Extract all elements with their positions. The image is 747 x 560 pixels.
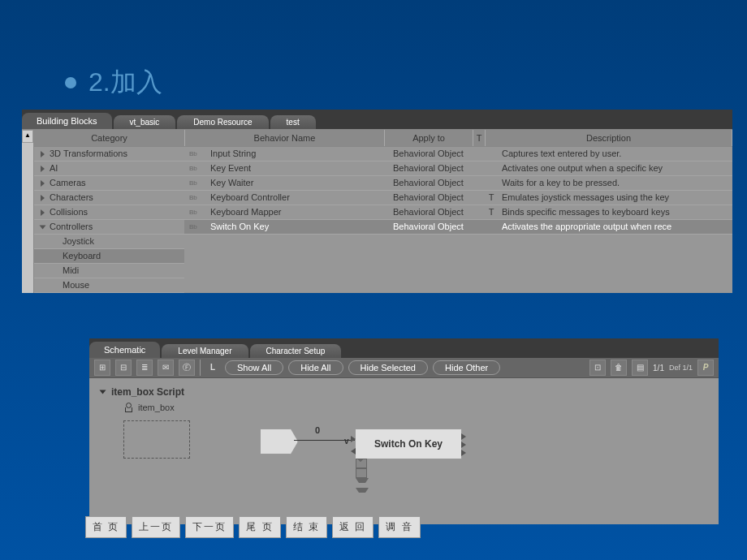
tool-icon[interactable]: ≣ bbox=[136, 360, 153, 376]
behavior-t: T bbox=[481, 205, 497, 219]
behavior-name: Switch On Key bbox=[205, 220, 388, 234]
chevron-right-icon bbox=[41, 209, 45, 216]
chevron-down-icon bbox=[40, 225, 46, 229]
selection-box[interactable] bbox=[123, 420, 190, 459]
bb-icon: Bb bbox=[184, 162, 205, 175]
pin-out-icon[interactable] bbox=[461, 450, 466, 456]
param-out-icon[interactable] bbox=[356, 478, 369, 488]
behavior-apply: Behavioral Object bbox=[388, 147, 481, 161]
header-description[interactable]: Description bbox=[486, 130, 732, 146]
tool-icon[interactable]: ▤ bbox=[632, 360, 648, 376]
nav-row: 首 页 上一页 下一页 尾 页 结 束 返 回 调 音 bbox=[85, 516, 421, 538]
tab-vt-basic[interactable]: vt_basic bbox=[114, 115, 176, 129]
cat-collisions[interactable]: Collisions bbox=[34, 205, 184, 220]
p-icon[interactable]: P bbox=[697, 360, 714, 376]
nav-prev-button[interactable]: 上一页 bbox=[132, 516, 180, 538]
nav-last-button[interactable]: 尾 页 bbox=[239, 516, 280, 538]
building-blocks-panel: Building Blocks vt_basic Demo Resource t… bbox=[22, 110, 732, 293]
cat-joystick[interactable]: Joystick bbox=[34, 235, 184, 249]
script-item-label: item_box bbox=[138, 403, 175, 412]
behavior-row-selected[interactable]: Bb Switch On Key Behavioral Object Activ… bbox=[184, 220, 732, 235]
v-label: v bbox=[344, 427, 349, 456]
scroll-track[interactable] bbox=[22, 143, 33, 293]
nav-back-button[interactable]: 返 回 bbox=[332, 516, 374, 538]
behavior-row[interactable]: Bb Input String Behavioral Object Captur… bbox=[184, 147, 732, 162]
behavior-row[interactable]: Bb Keyboard Mapper Behavioral Object T B… bbox=[184, 205, 732, 220]
behavior-row[interactable]: Bb Key Waiter Behavioral Object Waits fo… bbox=[184, 176, 732, 191]
nav-next-button[interactable]: 下一页 bbox=[185, 516, 234, 538]
behavior-desc: Emulates joystick messages using the key bbox=[497, 191, 732, 205]
header-category[interactable]: Category bbox=[34, 130, 185, 146]
tool-icon[interactable]: ⊡ bbox=[589, 360, 606, 376]
schematic-panel: Schematic Level Manager Character Setup … bbox=[89, 338, 719, 524]
cat-cameras[interactable]: Cameras bbox=[34, 176, 184, 191]
param-pin-icon[interactable] bbox=[356, 468, 367, 478]
hide-other-button[interactable]: Hide Other bbox=[433, 360, 500, 375]
bb-icon: Bb bbox=[184, 147, 205, 161]
pin-out-icon[interactable] bbox=[351, 448, 356, 454]
cat-characters[interactable]: Characters bbox=[34, 191, 184, 205]
bb-icon: Bb bbox=[184, 220, 205, 234]
envelope-icon[interactable]: ✉ bbox=[158, 360, 174, 376]
behavior-t bbox=[481, 147, 497, 161]
bb-header-row: Category Behavior Name Apply to T Descri… bbox=[34, 130, 732, 147]
separator bbox=[200, 360, 201, 376]
hide-all-button[interactable]: Hide All bbox=[288, 360, 343, 375]
pin-out-icon[interactable] bbox=[461, 433, 466, 440]
bb-tab-row: Building Blocks vt_basic Demo Resource t… bbox=[22, 110, 732, 129]
header-t[interactable]: T bbox=[473, 130, 486, 146]
bullet-icon bbox=[65, 77, 76, 88]
tab-character-setup[interactable]: Character Setup bbox=[250, 344, 342, 358]
bb-content: Category Behavior Name Apply to T Descri… bbox=[34, 130, 732, 293]
param-out-icon[interactable] bbox=[356, 488, 369, 498]
tab-schematic[interactable]: Schematic bbox=[89, 342, 160, 358]
behavior-name: Keyboard Mapper bbox=[205, 205, 388, 219]
behavior-desc: Waits for a key to be pressed. bbox=[497, 176, 732, 190]
tool-icon[interactable]: ⊞ bbox=[94, 360, 110, 376]
scroll-up-icon[interactable]: ▲ bbox=[22, 130, 33, 143]
nav-first-button[interactable]: 首 页 bbox=[85, 516, 127, 538]
behavior-desc: Activates one output when a specific key bbox=[497, 162, 732, 175]
nav-sound-button[interactable]: 调 音 bbox=[378, 516, 420, 538]
node-label: Switch On Key bbox=[374, 438, 443, 450]
header-apply-to[interactable]: Apply to bbox=[385, 130, 473, 146]
trash-icon[interactable]: 🗑 bbox=[611, 360, 627, 376]
behavior-desc: Activates the appropriate output when re… bbox=[497, 220, 732, 234]
pin-in-icon[interactable] bbox=[351, 436, 356, 442]
schematic-tab-row: Schematic Level Manager Character Setup bbox=[89, 338, 719, 358]
behavior-row[interactable]: Bb Key Event Behavioral Object Activates… bbox=[184, 162, 732, 176]
cat-mouse[interactable]: Mouse bbox=[34, 278, 184, 293]
pin-out-icon[interactable] bbox=[461, 442, 466, 448]
flow-start-node[interactable] bbox=[260, 429, 298, 454]
switch-on-key-node[interactable]: Switch On Key v bbox=[355, 429, 462, 459]
schematic-toolbar: ⊞ ⊟ ≣ ✉ Ⓕ L Show All Hide All Hide Selec… bbox=[89, 358, 719, 378]
behavior-t bbox=[481, 220, 497, 234]
f-icon[interactable]: Ⓕ bbox=[179, 360, 195, 376]
behavior-apply: Behavioral Object bbox=[388, 220, 481, 234]
script-item[interactable]: item_box bbox=[123, 403, 175, 412]
tab-building-blocks[interactable]: Building Blocks bbox=[22, 113, 112, 129]
header-behavior-name[interactable]: Behavior Name bbox=[185, 130, 385, 146]
schematic-canvas[interactable]: item_box Script item_box 0 Switch On Key… bbox=[89, 378, 719, 524]
behavior-apply: Behavioral Object bbox=[388, 162, 481, 175]
hide-selected-button[interactable]: Hide Selected bbox=[348, 360, 429, 375]
nav-end-button[interactable]: 结 束 bbox=[286, 516, 327, 538]
l-button[interactable]: L bbox=[205, 360, 220, 375]
person-icon bbox=[123, 403, 133, 412]
cat-ai[interactable]: AI bbox=[34, 162, 184, 176]
show-all-button[interactable]: Show All bbox=[225, 360, 283, 375]
cat-midi[interactable]: Midi bbox=[34, 264, 184, 278]
slide-title: 2.加入 bbox=[65, 65, 162, 101]
behavior-column: Bb Input String Behavioral Object Captur… bbox=[184, 147, 732, 293]
behavior-row[interactable]: Bb Keyboard Controller Behavioral Object… bbox=[184, 191, 732, 205]
behavior-name: Keyboard Controller bbox=[205, 191, 388, 205]
def-label: Def 1/1 bbox=[669, 364, 693, 372]
cat-3d-transformations[interactable]: 3D Transformations bbox=[34, 147, 184, 162]
tab-level-manager[interactable]: Level Manager bbox=[162, 344, 248, 358]
tool-icon[interactable]: ⊟ bbox=[115, 360, 132, 376]
cat-controllers[interactable]: Controllers bbox=[34, 220, 184, 235]
tab-demo-resource[interactable]: Demo Resource bbox=[177, 115, 268, 129]
tab-test[interactable]: test bbox=[270, 115, 316, 129]
script-header[interactable]: item_box Script bbox=[101, 386, 184, 398]
cat-keyboard[interactable]: Keyboard bbox=[34, 249, 184, 264]
